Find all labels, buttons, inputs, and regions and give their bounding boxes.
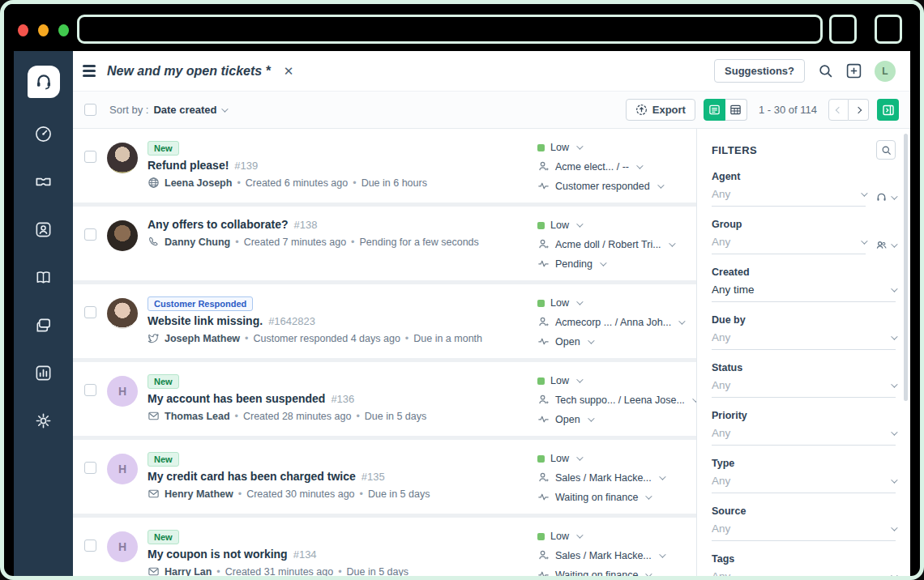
company-agent-dropdown[interactable]: Sales / Mark Hacke... <box>537 471 685 484</box>
ticket-checkbox[interactable] <box>84 462 96 474</box>
close-view-icon[interactable]: ✕ <box>284 64 294 79</box>
filter-dropdown[interactable]: Any <box>712 427 896 446</box>
ticket-id: #134 <box>293 548 317 561</box>
ticket-row[interactable]: H New My coupon is not working #134 Harr… <box>73 518 696 576</box>
filter-dropdown[interactable]: Any <box>712 236 866 254</box>
priority-dropdown[interactable]: Low <box>537 531 685 542</box>
collapse-filters-button[interactable] <box>877 99 899 121</box>
filter-search-button[interactable] <box>876 140 896 160</box>
filters-scrollbar[interactable] <box>904 134 908 401</box>
next-page-button[interactable] <box>849 99 869 121</box>
ticket-title[interactable]: My account has been suspended <box>148 392 325 405</box>
panel-toggle-icon <box>882 104 895 117</box>
company-agent-dropdown[interactable]: Acme doll / Robert Tri... <box>537 238 685 250</box>
ticket-row[interactable]: Customer Responded Website link missing.… <box>73 284 696 358</box>
person-icon <box>537 549 550 561</box>
filter-dropdown[interactable]: Any time <box>712 284 896 302</box>
company-agent-dropdown[interactable]: Acme elect... / -- <box>537 160 685 173</box>
select-all-checkbox[interactable] <box>84 104 96 116</box>
new-ticket-icon[interactable] <box>846 63 862 79</box>
person-icon <box>537 238 550 250</box>
company-agent-dropdown[interactable]: Sales / Mark Hacke... <box>537 549 685 561</box>
priority-dropdown[interactable]: Low <box>537 297 685 309</box>
chrome-button-2[interactable] <box>875 15 902 44</box>
sidebar-item[interactable] <box>26 259 62 295</box>
filter-extra-dropdown[interactable] <box>875 239 896 251</box>
requester-avatar: H <box>107 531 138 562</box>
ticket-title[interactable]: Website link missing. <box>148 314 263 327</box>
app: New and my open tickets * ✕ Suggestions?… <box>14 51 910 576</box>
card-view-button[interactable] <box>704 99 725 121</box>
priority-dropdown[interactable]: Low <box>537 142 685 153</box>
search-icon[interactable] <box>818 63 833 79</box>
created-text: Created 6 minutes ago <box>246 177 348 189</box>
chevron-down-icon <box>861 190 867 196</box>
filter-dropdown[interactable]: Any <box>712 475 896 493</box>
ticket-row[interactable]: H New My account has been suspended #136… <box>73 362 696 436</box>
sidebar-item[interactable] <box>26 164 62 199</box>
priority-low-icon <box>537 222 545 229</box>
company-agent-dropdown[interactable]: Acmecorp ... / Anna Joh... <box>537 316 685 328</box>
sidebar-item[interactable] <box>26 211 62 247</box>
view-menu-icon[interactable] <box>83 65 96 77</box>
ticket-properties: Low Acme doll / Robert Tri... Pending <box>537 217 685 270</box>
sidebar-item[interactable] <box>26 355 62 390</box>
filter-dropdown[interactable]: Any <box>712 188 866 207</box>
status-dropdown[interactable]: Waiting on finance <box>537 569 685 576</box>
priority-dropdown[interactable]: Low <box>537 375 685 386</box>
ticket-title[interactable]: My coupon is not working <box>148 548 288 561</box>
filter-dropdown[interactable]: Any <box>712 379 896 398</box>
status-dropdown[interactable]: Pending <box>537 258 685 270</box>
created-text: Created 31 minutes ago <box>225 566 333 577</box>
sidebar-item[interactable] <box>26 307 62 343</box>
priority-dropdown[interactable]: Low <box>537 220 685 231</box>
filter-extra-dropdown[interactable] <box>875 191 896 203</box>
ticket-row[interactable]: New Refund please! #139 Leena Joseph • C <box>73 129 696 203</box>
status-dropdown[interactable]: Customer responded <box>537 180 685 192</box>
filter-dropdown[interactable]: Any <box>712 331 896 350</box>
filter-label: Agent <box>712 171 896 182</box>
ticket-row[interactable]: Any offers to collaborate? #138 Danny Ch… <box>73 207 696 280</box>
ticket-checkbox[interactable] <box>84 384 96 396</box>
ticket-id: #135 <box>361 471 385 483</box>
chevron-down-icon <box>588 337 594 343</box>
suggestions-button[interactable]: Suggestions? <box>714 59 805 83</box>
ticket-meta: Leena Joseph • Created 6 minutes ago • D… <box>148 177 537 189</box>
freshdesk-logo[interactable] <box>28 66 60 98</box>
status-dropdown[interactable]: Open <box>537 413 685 425</box>
filter-dropdown[interactable]: Any <box>712 570 896 576</box>
chrome-button-1[interactable] <box>829 15 857 44</box>
close-window-icon[interactable] <box>18 24 28 36</box>
ticket-meta: Harry Lan • Created 31 minutes ago • Due… <box>148 565 537 576</box>
user-avatar[interactable]: L <box>875 61 896 82</box>
ticket-row[interactable]: H New My credit card has been charged tw… <box>73 440 696 514</box>
address-bar[interactable] <box>77 15 823 44</box>
sidebar-item[interactable] <box>26 116 62 151</box>
ticket-checkbox[interactable] <box>84 151 96 163</box>
filter-dropdown[interactable]: Any <box>712 522 896 541</box>
status-dropdown[interactable]: Open <box>537 335 685 348</box>
chevron-down-icon <box>891 333 897 339</box>
priority-dropdown[interactable]: Low <box>537 453 685 464</box>
sidebar-item[interactable] <box>26 403 62 438</box>
ticket-checkbox[interactable] <box>84 306 96 318</box>
status-dropdown[interactable]: Waiting on finance <box>537 491 685 503</box>
priority-low-icon <box>537 144 545 151</box>
requester-name: Leena Joseph <box>165 177 232 189</box>
company-agent-dropdown[interactable]: Tech suppo... / Leena Jose... <box>537 394 685 406</box>
sort-dropdown[interactable]: Date created <box>153 104 226 116</box>
status-badge: New <box>148 530 179 544</box>
table-view-button[interactable] <box>725 99 747 121</box>
status-badge: New <box>148 141 179 156</box>
ticket-checkbox[interactable] <box>84 228 96 241</box>
prev-page-button[interactable] <box>828 99 849 121</box>
minimize-window-icon[interactable] <box>38 24 49 36</box>
main-area: New and my open tickets * ✕ Suggestions?… <box>73 51 910 576</box>
maximize-window-icon[interactable] <box>58 24 69 36</box>
export-button[interactable]: Export <box>626 99 695 121</box>
filter-label: Type <box>712 458 896 469</box>
ticket-title[interactable]: My credit card has been charged twice <box>148 470 356 483</box>
ticket-title[interactable]: Any offers to collaborate? <box>148 218 288 231</box>
ticket-title[interactable]: Refund please! <box>148 159 229 172</box>
ticket-checkbox[interactable] <box>84 539 96 552</box>
